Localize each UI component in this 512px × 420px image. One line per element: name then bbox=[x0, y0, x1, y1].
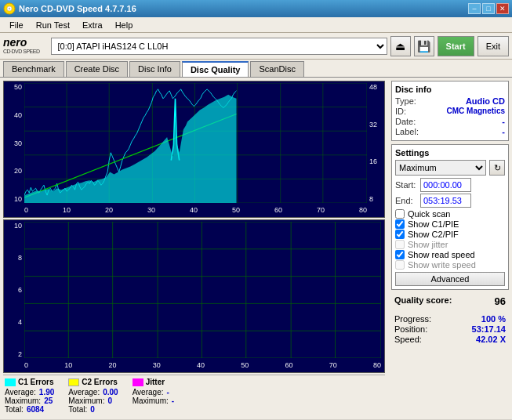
progress-section: Progress: 100 % Position: 53:17.14 Speed… bbox=[391, 313, 509, 346]
top-chart-svg bbox=[24, 83, 367, 203]
quality-score-row: Quality score: 96 bbox=[391, 293, 509, 310]
drive-select[interactable]: [0:0] ATAPI iHAS124 C LL0H bbox=[51, 38, 387, 55]
refresh-button[interactable]: ↻ bbox=[489, 160, 505, 176]
start-button[interactable]: Start bbox=[438, 36, 474, 56]
show-read-speed-row: Show read speed bbox=[395, 250, 505, 259]
top-chart: 50 40 30 20 10 48 32 16 8 0 10 20 30 40 … bbox=[3, 81, 385, 218]
tab-benchmark[interactable]: Benchmark bbox=[3, 61, 64, 77]
legend-c2: C2 Errors Average: 0.00 Maximum: 0 Total… bbox=[68, 378, 118, 414]
label-row: Label: - bbox=[395, 127, 505, 136]
c2-color bbox=[68, 378, 79, 386]
exit-button[interactable]: Exit bbox=[478, 36, 509, 56]
legend-c1: C1 Errors Average: 1.90 Maximum: 25 Tota… bbox=[5, 378, 54, 414]
title-bar: Nero CD-DVD Speed 4.7.7.16 – □ ✕ bbox=[0, 0, 512, 17]
show-jitter-row: Show jitter bbox=[395, 240, 505, 249]
settings-section: Settings Maximum ↻ Start: End: Quick sca… bbox=[391, 144, 509, 290]
title-text: Nero CD-DVD Speed 4.7.7.16 bbox=[19, 4, 136, 13]
tabs: Benchmark Create Disc Disc Info Disc Qua… bbox=[0, 60, 512, 78]
position-row: Position: 53:17.14 bbox=[394, 324, 506, 334]
show-c2-pif-checkbox[interactable] bbox=[395, 230, 405, 239]
disc-info-section: Disc info Type: Audio CD ID: CMC Magneti… bbox=[391, 81, 509, 141]
show-write-speed-row: Show write speed bbox=[395, 260, 505, 270]
advanced-button[interactable]: Advanced bbox=[395, 272, 505, 286]
close-button[interactable]: ✕ bbox=[496, 3, 509, 14]
bottom-chart-svg bbox=[24, 222, 381, 358]
c1-color bbox=[5, 378, 16, 386]
tab-scandisc[interactable]: ScanDisc bbox=[250, 61, 303, 77]
jitter-color bbox=[133, 378, 143, 386]
top-chart-right-labels: 48 32 16 8 bbox=[367, 83, 384, 203]
end-time-row: End: bbox=[395, 194, 505, 208]
top-chart-left-labels: 50 40 30 20 10 bbox=[4, 83, 24, 203]
save-button[interactable]: 💾 bbox=[414, 36, 434, 56]
minimize-button[interactable]: – bbox=[468, 3, 481, 14]
logo-nero: nero bbox=[3, 37, 40, 49]
toolbar: nero CD·DVD SPEED [0:0] ATAPI iHAS124 C … bbox=[0, 33, 512, 60]
id-row: ID: CMC Magnetics bbox=[395, 107, 505, 116]
show-c1-pie-checkbox[interactable] bbox=[395, 219, 405, 229]
menu-help[interactable]: Help bbox=[109, 19, 140, 31]
speed-row: Speed: 42.02 X bbox=[394, 335, 506, 344]
speed-select[interactable]: Maximum bbox=[395, 160, 486, 176]
tab-create-disc[interactable]: Create Disc bbox=[66, 61, 128, 77]
bottom-chart: 10 8 6 4 2 0 10 20 30 40 50 60 70 80 bbox=[3, 219, 385, 373]
menu-extra[interactable]: Extra bbox=[76, 19, 109, 31]
tab-disc-info[interactable]: Disc Info bbox=[129, 61, 180, 77]
show-write-speed-checkbox[interactable] bbox=[395, 260, 405, 270]
app-icon bbox=[3, 2, 16, 15]
top-chart-bottom-labels: 0 10 20 30 40 50 60 70 80 bbox=[24, 203, 367, 217]
side-panel: Disc info Type: Audio CD ID: CMC Magneti… bbox=[388, 78, 512, 419]
end-time-input[interactable] bbox=[420, 194, 471, 208]
menu-file[interactable]: File bbox=[3, 19, 30, 31]
start-time-row: Start: bbox=[395, 178, 505, 192]
progress-row: Progress: 100 % bbox=[394, 314, 506, 324]
disc-info-title: Disc info bbox=[395, 85, 505, 94]
bottom-chart-bottom-labels: 0 10 20 30 40 50 60 70 80 bbox=[24, 358, 381, 372]
chart-area: 50 40 30 20 10 48 32 16 8 0 10 20 30 40 … bbox=[3, 81, 385, 416]
type-row: Type: Audio CD bbox=[395, 96, 505, 106]
menu-bar: File Run Test Extra Help bbox=[0, 17, 512, 33]
show-c2-pif-row: Show C2/PIF bbox=[395, 230, 505, 239]
show-read-speed-checkbox[interactable] bbox=[395, 250, 405, 259]
logo-cdspeed: CD·DVD SPEED bbox=[3, 49, 40, 55]
show-c1-pie-row: Show C1/PIE bbox=[395, 219, 505, 229]
svg-point-2 bbox=[9, 8, 10, 9]
quick-scan-row: Quick scan bbox=[395, 209, 505, 219]
settings-title: Settings bbox=[395, 148, 505, 158]
legend-jitter: Jitter Average: - Maximum: - bbox=[133, 378, 174, 414]
tab-disc-quality[interactable]: Disc Quality bbox=[182, 61, 249, 77]
logo: nero CD·DVD SPEED bbox=[3, 37, 45, 55]
date-row: Date: - bbox=[395, 117, 505, 126]
maximize-button[interactable]: □ bbox=[482, 3, 495, 14]
eject-button[interactable]: ⏏ bbox=[390, 36, 411, 56]
quick-scan-checkbox[interactable] bbox=[395, 209, 405, 219]
speed-row: Maximum ↻ bbox=[395, 160, 505, 176]
main-content: 50 40 30 20 10 48 32 16 8 0 10 20 30 40 … bbox=[0, 78, 512, 419]
show-jitter-checkbox[interactable] bbox=[395, 240, 405, 249]
start-time-input[interactable] bbox=[420, 178, 471, 192]
bottom-chart-left-labels: 10 8 6 4 2 bbox=[4, 222, 24, 358]
menu-run-test[interactable]: Run Test bbox=[30, 19, 76, 31]
legend-area: C1 Errors Average: 1.90 Maximum: 25 Tota… bbox=[3, 375, 385, 416]
